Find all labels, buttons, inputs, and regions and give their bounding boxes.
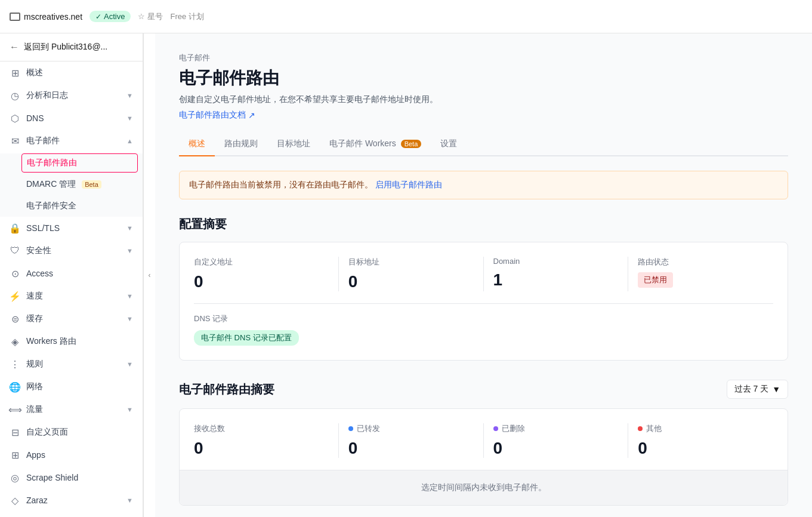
page-title: 电子邮件路由	[179, 67, 788, 90]
sidebar-label-speed: 速度	[26, 291, 43, 301]
apps-icon: ⊞	[10, 450, 20, 460]
chevron-down-icon-security: ▼	[126, 247, 133, 254]
tab-destinations[interactable]: 目标地址	[267, 133, 320, 156]
empty-chart: 选定时间间隔内未收到电子邮件。	[180, 470, 788, 505]
sidebar-item-email[interactable]: ✉ 电子邮件 ▲	[0, 130, 143, 152]
dns-label: DNS 记录	[194, 313, 773, 324]
routing-value-other: 0	[638, 439, 764, 458]
globe2-icon: 🌐	[10, 381, 20, 392]
sidebar-subitem-email-security[interactable]: 电子邮件安全	[0, 195, 143, 217]
sidebar-item-cache[interactable]: ⊜ 缓存 ▼	[0, 307, 143, 330]
sidebar-label-zaraz: Zaraz	[26, 496, 48, 505]
zaraz-icon: ◇	[10, 495, 20, 506]
sidebar-label-security: 安全性	[26, 245, 51, 256]
tab-overview[interactable]: 概述	[179, 133, 215, 156]
doc-link[interactable]: 电子邮件路由文档 ↗	[179, 110, 255, 121]
chevron-down-icon-time: ▼	[772, 384, 780, 394]
sidebar-label-custom-pages: 自定义页面	[26, 427, 68, 438]
domain-icon	[10, 13, 20, 21]
email-submenu: 电子邮件路由 DMARC 管理 Beta 电子邮件安全	[0, 153, 143, 217]
lightning-icon: ⚡	[10, 291, 20, 301]
sidebar-item-zaraz[interactable]: ◇ Zaraz ▼	[0, 489, 143, 512]
sidebar-item-scrape-shield[interactable]: ◎ Scrape Shield	[0, 466, 143, 489]
routing-value-deleted: 0	[493, 439, 619, 458]
domain-selector[interactable]: mscreatives.net	[10, 12, 82, 21]
chevron-down-icon-dns: ▼	[126, 115, 133, 122]
routing-summary-card: 接收总数 0 已转发 0 已删除	[179, 408, 788, 506]
cache-icon: ⊜	[10, 313, 20, 324]
sidebar-label-traffic: 流量	[26, 404, 43, 415]
sidebar-item-overview[interactable]: ⊞ 概述	[0, 61, 143, 84]
routing-label-forwarded: 已转发	[348, 423, 474, 434]
summary-label-dest: 目标地址	[348, 257, 474, 267]
summary-label-custom: 自定义地址	[194, 257, 329, 267]
sidebar-item-workers[interactable]: ◈ Workers 路由	[0, 330, 143, 353]
routing-item-deleted: 已删除 0	[484, 423, 629, 458]
sidebar-label-apps: Apps	[26, 450, 45, 460]
tab-settings[interactable]: 设置	[431, 133, 467, 156]
sidebar-item-dns[interactable]: ⬡ DNS ▼	[0, 107, 143, 130]
sidebar-subitem-dmarc[interactable]: DMARC 管理 Beta	[0, 174, 143, 195]
sidebar-subitem-email-routing[interactable]: 电子邮件路由	[21, 153, 138, 173]
dns-configured-badge: 电子邮件 DNS 记录已配置	[194, 330, 299, 346]
sidebar-item-access[interactable]: ⊙ Access	[0, 262, 143, 285]
page-super: 电子邮件	[179, 53, 788, 63]
back-arrow-icon: ←	[10, 42, 19, 53]
dot-red-icon	[638, 426, 643, 431]
sidebar-item-security[interactable]: 🛡 安全性 ▼	[0, 239, 143, 262]
enable-routing-link[interactable]: 启用电子邮件路由	[375, 180, 442, 189]
sidebar-item-analytics[interactable]: ◷ 分析和日志 ▼	[0, 84, 143, 107]
tab-workers[interactable]: 电子邮件 Workers Beta	[320, 133, 431, 156]
routing-item-other: 其他 0	[628, 423, 773, 458]
summary-label-status: 路由状态	[638, 257, 764, 267]
routing-value-forwarded: 0	[348, 439, 474, 458]
sidebar-label-dns: DNS	[26, 113, 44, 123]
routing-label-deleted: 已删除	[493, 423, 619, 434]
status-badge: 已禁用	[638, 272, 673, 288]
domain-name: mscreatives.net	[24, 12, 82, 21]
routing-label-other: 其他	[638, 423, 764, 434]
config-summary-card: 自定义地址 0 目标地址 0 Domain 1 路由状态 已禁用	[179, 242, 788, 361]
shield-icon: 🛡	[10, 245, 20, 256]
sidebar-item-rules[interactable]: ⋮ 规则 ▼	[0, 353, 143, 376]
chevron-down-icon-zaraz: ▼	[126, 497, 133, 504]
chevron-down-icon-ssl: ▼	[126, 224, 133, 232]
chevron-down-icon-rules: ▼	[126, 361, 133, 368]
sidebar-item-ssl[interactable]: 🔒 SSL/TLS ▼	[0, 217, 143, 239]
sidebar-item-speed[interactable]: ⚡ 速度 ▼	[0, 285, 143, 307]
sidebar-label-cache: 缓存	[26, 313, 43, 324]
routing-grid: 接收总数 0 已转发 0 已删除	[194, 423, 773, 458]
routing-item-forwarded: 已转发 0	[339, 423, 484, 458]
tab-routing-rules[interactable]: 路由规则	[215, 133, 267, 156]
star-button[interactable]: ☆ 星号	[138, 11, 163, 22]
routing-label-total: 接收总数	[194, 423, 329, 434]
empty-chart-text: 选定时间间隔内未收到电子邮件。	[421, 482, 547, 492]
lock-icon: 🔒	[10, 223, 20, 233]
dot-purple-icon	[493, 426, 498, 431]
routing-item-total: 接收总数 0	[194, 423, 339, 458]
sidebar-collapse-button[interactable]: ‹	[143, 33, 155, 517]
scrape-icon: ◎	[10, 472, 20, 483]
summary-label-domain: Domain	[493, 257, 619, 266]
sidebar-label-email: 电子邮件	[26, 136, 60, 146]
routing-value-total: 0	[194, 439, 329, 458]
sidebar-label-rules: 规则	[26, 359, 43, 370]
back-label: 返回到 Publicit316@...	[24, 42, 107, 53]
alert-warning: 电子邮件路由当前被禁用，没有在路由电子邮件。 启用电子邮件路由	[179, 171, 788, 199]
config-summary-title: 配置摘要	[179, 216, 788, 232]
summary-value-domain: 1	[493, 270, 619, 290]
sidebar-item-network[interactable]: 🌐 网络	[0, 376, 143, 398]
summary-destination: 目标地址 0	[339, 257, 484, 291]
tabs: 概述 路由规则 目标地址 电子邮件 Workers Beta 设置	[179, 133, 788, 156]
beta-badge-workers: Beta	[401, 140, 422, 148]
sidebar-item-apps[interactable]: ⊞ Apps	[0, 444, 143, 466]
time-selector[interactable]: 过去 7 天 ▼	[727, 380, 788, 399]
sidebar-label-analytics: 分析和日志	[26, 90, 68, 101]
sidebar-item-traffic[interactable]: ⟺ 流量 ▼	[0, 398, 143, 421]
external-link-icon: ↗	[248, 110, 255, 120]
summary-grid: 自定义地址 0 目标地址 0 Domain 1 路由状态 已禁用	[194, 257, 773, 291]
topbar: mscreatives.net Active ☆ 星号 Free 计划	[0, 0, 812, 33]
sidebar-back-button[interactable]: ← 返回到 Publicit316@...	[0, 33, 143, 61]
workers-icon: ◈	[10, 336, 20, 347]
sidebar-item-custom-pages[interactable]: ⊟ 自定义页面	[0, 421, 143, 444]
